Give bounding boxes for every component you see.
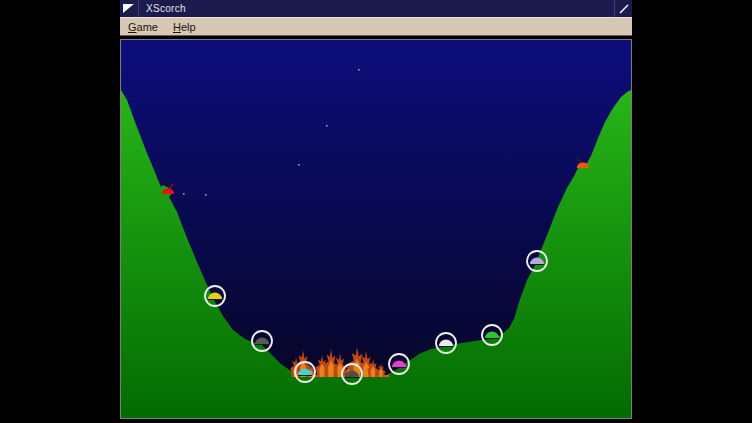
window-title: XScorch xyxy=(139,0,614,17)
xscorch-window: XScorch GameHelp xyxy=(120,0,632,419)
menu-item-help[interactable]: Help xyxy=(173,21,196,33)
star xyxy=(205,194,207,196)
star xyxy=(326,125,328,127)
wreck-base xyxy=(577,166,589,168)
window-resize-icon xyxy=(618,3,630,15)
window-resize-button[interactable] xyxy=(614,0,632,17)
window-menu-button[interactable] xyxy=(120,0,139,17)
star xyxy=(358,69,360,71)
window-titlebar[interactable]: XScorch xyxy=(120,0,632,17)
wreck-base xyxy=(162,192,174,194)
window-menu-icon xyxy=(123,4,135,14)
menu-item-game[interactable]: Game xyxy=(128,21,158,33)
screen: XScorch GameHelp xyxy=(0,0,752,423)
game-scene xyxy=(121,40,631,418)
menubar: GameHelp xyxy=(120,17,632,36)
game-canvas[interactable] xyxy=(120,39,632,419)
star xyxy=(183,193,185,195)
star xyxy=(298,164,300,166)
